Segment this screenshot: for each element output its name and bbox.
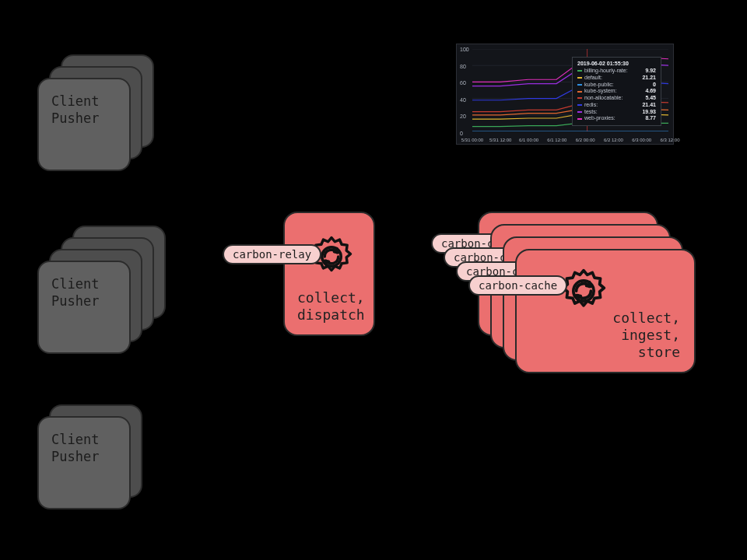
legend-name: tests: (584, 109, 640, 116)
diagram-stage: Client Pusher Client Pusher Client Pushe… (0, 0, 747, 560)
chart-xtick: 6/3 00:00 (632, 138, 651, 142)
client-label-line2: Pusher (51, 449, 99, 464)
carbon-relay-tag: carbon-relay (223, 244, 321, 264)
legend-swatch (577, 84, 582, 86)
relay-desc-line2: dispatch (297, 306, 365, 323)
cache-desc-line2: ingest, (621, 327, 680, 343)
legend-name: redis: (584, 102, 640, 109)
chart-xtick: 6/1 12:00 (547, 138, 566, 142)
legend-value: 9.92 (645, 68, 656, 75)
client-card-front: Client Pusher (37, 416, 131, 509)
chart-tooltip-row: non-allocatable:5.45 (577, 95, 656, 102)
legend-swatch (577, 91, 582, 93)
chart-tooltip-row: tests:19.93 (577, 109, 656, 116)
client-label-line2: Pusher (51, 110, 99, 126)
chart-tooltip-row: kube-system:4.69 (577, 88, 656, 95)
legend-name: kube-public: (584, 82, 651, 89)
chart-tooltip-row: kube-public:0 (577, 82, 656, 89)
chart-xtick: 6/2 12:00 (604, 138, 623, 142)
legend-value: 21.21 (642, 75, 656, 82)
chart-tooltip-row: default:21.21 (577, 75, 656, 82)
legend-name: default: (584, 75, 640, 82)
carbon-cache-box-front: collect, ingest, store (515, 249, 696, 373)
legend-swatch (577, 97, 582, 99)
legend-value: 4.69 (645, 88, 656, 95)
chart-xtick: 6/1 00:00 (519, 138, 538, 142)
carbon-cache-tag-front: carbon-cache (468, 275, 567, 296)
chart-xtick: 6/2 00:00 (576, 138, 595, 142)
chart-tooltip-row: web-proxies:8.77 (577, 115, 656, 122)
client-card-front: Client Pusher (37, 261, 131, 354)
chart-ytick: 80 (460, 63, 466, 68)
carbon-relay-tag-text: carbon-relay (233, 248, 311, 261)
legend-name: web-proxies: (584, 115, 643, 122)
chart-tooltip: 2019-06-02 01:55:30 billing-hourly-rate:… (572, 57, 661, 126)
chart-ytick: 100 (460, 47, 469, 52)
legend-swatch (577, 118, 582, 120)
gear-icon (560, 268, 607, 314)
chart-ytick: 0 (460, 131, 463, 136)
cache-desc-line3: store (638, 344, 680, 360)
cache-desc-line1: collect, (612, 310, 680, 326)
legend-name: billing-hourly-rate: (584, 68, 643, 75)
legend-value: 5.45 (645, 95, 656, 102)
legend-value: 19.93 (642, 109, 656, 116)
chart-ytick: 20 (460, 114, 466, 119)
chart-xtick: 5/31 12:00 (489, 138, 511, 142)
legend-swatch (577, 70, 582, 72)
legend-name: non-allocatable: (584, 95, 643, 102)
client-label-line1: Client (51, 432, 99, 447)
carbon-relay-box: collect, dispatch (283, 212, 375, 336)
client-label-line1: Client (51, 276, 99, 292)
client-label-line1: Client (51, 93, 99, 109)
chart-tooltip-row: billing-hourly-rate:9.92 (577, 68, 656, 75)
client-label-line2: Pusher (51, 293, 99, 309)
chart-xtick: 5/31 00:00 (461, 138, 483, 142)
legend-value: 0 (653, 82, 656, 89)
chart-ytick: 40 (460, 96, 466, 102)
chart-tooltip-row: redis:21.41 (577, 102, 656, 109)
carbon-cache-tag-text: carbon-cache (479, 279, 557, 292)
legend-swatch (577, 111, 582, 113)
chart-xtick: 6/3 12:00 (660, 138, 679, 142)
legend-swatch (577, 104, 582, 106)
client-card-front: Client Pusher (37, 78, 131, 171)
legend-swatch (577, 77, 582, 79)
legend-value: 8.77 (645, 115, 656, 122)
legend-value: 21.41 (642, 102, 656, 109)
relay-desc-line1: collect, (297, 289, 365, 306)
legend-name: kube-system: (584, 88, 643, 95)
chart-panel: 020406080100 5/31 00:005/31 12:006/1 00:… (456, 44, 674, 145)
chart-tooltip-title: 2019-06-02 01:55:30 (577, 61, 656, 66)
chart-ytick: 60 (460, 80, 466, 86)
